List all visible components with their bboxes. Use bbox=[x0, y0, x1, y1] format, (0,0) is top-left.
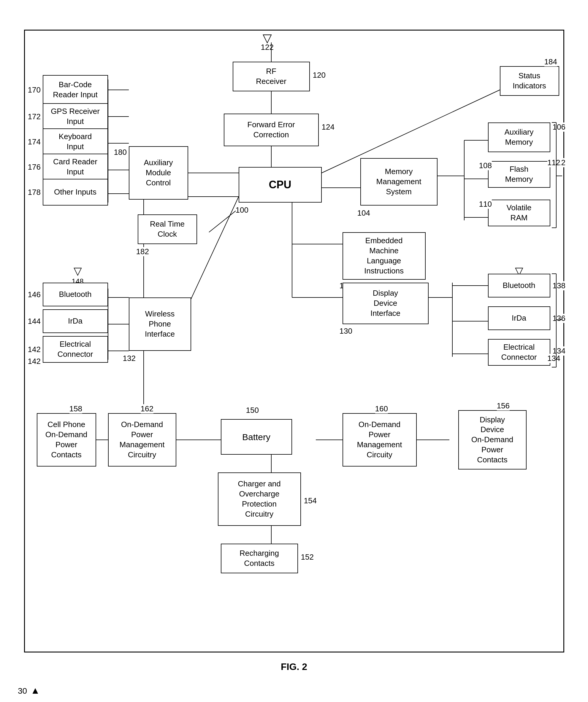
auxmemory-block: AuxiliaryMemory bbox=[488, 122, 550, 152]
statusindicators-ref: 184 bbox=[545, 57, 557, 67]
otherinputs-ref: 178 bbox=[28, 188, 41, 197]
fec-ref: 124 bbox=[322, 122, 334, 132]
rf-receiver-block: RFReceiver bbox=[233, 62, 310, 91]
cardreader-block: Card ReaderInput bbox=[43, 154, 108, 180]
wireless-phone-ref: 132 bbox=[123, 354, 136, 363]
battery-block: Battery bbox=[221, 419, 292, 455]
figure-label: FIG. 2 bbox=[18, 661, 570, 672]
gps-block: GPS ReceiverInput bbox=[43, 103, 108, 130]
keyboard-ref: 174 bbox=[28, 137, 41, 146]
svg-line-20 bbox=[209, 209, 238, 232]
battery-ref: 150 bbox=[246, 406, 259, 415]
barcode-ref: 170 bbox=[28, 86, 41, 95]
display-interface-block: DisplayDeviceInterface bbox=[342, 283, 428, 324]
bluetooth-left-block: Bluetooth bbox=[43, 283, 108, 306]
wireless-phone-block: WirelessPhoneInterface bbox=[129, 298, 191, 351]
ondemand-right-ref: 160 bbox=[375, 404, 388, 414]
fec-block: Forward ErrorCorrection bbox=[224, 114, 319, 146]
gps-ref: 172 bbox=[28, 112, 41, 121]
ondemand-left-ref: 162 bbox=[141, 404, 154, 414]
irda-right-block: IrDa bbox=[488, 306, 550, 330]
irda-left-block: IrDa bbox=[43, 309, 108, 333]
ondemand-right-block: On-DemandPowerManagementCircuity bbox=[342, 413, 417, 467]
emli-block: EmbeddedMachineLanguageInstructions bbox=[342, 232, 426, 280]
irda-right-ref: 136 bbox=[553, 314, 566, 323]
recharging-block: RechargingContacts bbox=[221, 544, 298, 573]
ondemand-left-block: On-DemandPowerManagementCircuitry bbox=[108, 413, 176, 467]
recharging-ref: 152 bbox=[301, 553, 314, 562]
ref-112: 112 bbox=[547, 158, 560, 167]
display-power-block: DisplayDeviceOn-DemandPowerContacts bbox=[458, 410, 526, 469]
rtc-ref: 182 bbox=[136, 247, 149, 256]
auxmodule-ref: 180 bbox=[114, 148, 127, 157]
page: ▽ 122 RFReceiver 120 Forward ErrorCorrec… bbox=[0, 0, 588, 702]
mms-block: MemoryManagementSystem bbox=[360, 158, 437, 206]
keyboard-block: KeyboardInput bbox=[43, 128, 108, 155]
cardreader-ref: 176 bbox=[28, 162, 41, 172]
charger-block: Charger andOverchargeProtectionCircuitry bbox=[218, 472, 301, 526]
barcode-block: Bar-CodeReader Input bbox=[43, 75, 108, 105]
otherinputs-block: Other Inputs bbox=[43, 179, 108, 206]
mms-ref: 104 bbox=[357, 209, 370, 218]
rf-receiver-ref: 120 bbox=[313, 71, 326, 80]
volatileram-ref: 110 bbox=[479, 200, 492, 209]
diagram-num: 30 ▲ bbox=[18, 685, 40, 696]
electrical-right-block: ElectricalConnector bbox=[488, 339, 550, 366]
bluetooth-right-ref: 138 bbox=[553, 281, 566, 290]
display-interface-ref: 130 bbox=[339, 327, 352, 336]
charger-ref: 154 bbox=[304, 496, 317, 505]
cellphone-power-ref: 158 bbox=[70, 404, 82, 414]
rtc-block: Real TimeClock bbox=[138, 214, 197, 244]
electrical-left-block: ElectricalConnector bbox=[43, 336, 108, 363]
auxmodule-block: AuxiliaryModuleControl bbox=[129, 146, 188, 200]
flashmemory-ref: 108 bbox=[479, 161, 492, 170]
flashmemory-block: FlashMemory bbox=[488, 161, 550, 188]
bluetooth-left-ref: 146 bbox=[28, 290, 41, 299]
diagram-container: ▽ 122 RFReceiver 120 Forward ErrorCorrec… bbox=[24, 30, 564, 653]
display-power-ref: 156 bbox=[497, 401, 510, 411]
ref-142: 142 bbox=[28, 357, 41, 366]
antenna-rf: ▽ 122 bbox=[261, 32, 274, 52]
electrical-left-ref: 142 bbox=[28, 345, 41, 354]
auxmemory-ref: 106 bbox=[553, 122, 566, 132]
ref-134: 134 bbox=[547, 354, 560, 363]
cpu-ref: 100 bbox=[236, 206, 249, 215]
cellphone-power-block: Cell PhoneOn-DemandPowerContacts bbox=[37, 413, 96, 467]
bluetooth-right-block: Bluetooth bbox=[488, 274, 550, 298]
statusindicators-block: StatusIndicators bbox=[500, 66, 559, 96]
irda-left-ref: 144 bbox=[28, 317, 41, 326]
volatileram-block: VolatileRAM bbox=[488, 200, 550, 226]
cpu-block: CPU bbox=[238, 167, 322, 203]
